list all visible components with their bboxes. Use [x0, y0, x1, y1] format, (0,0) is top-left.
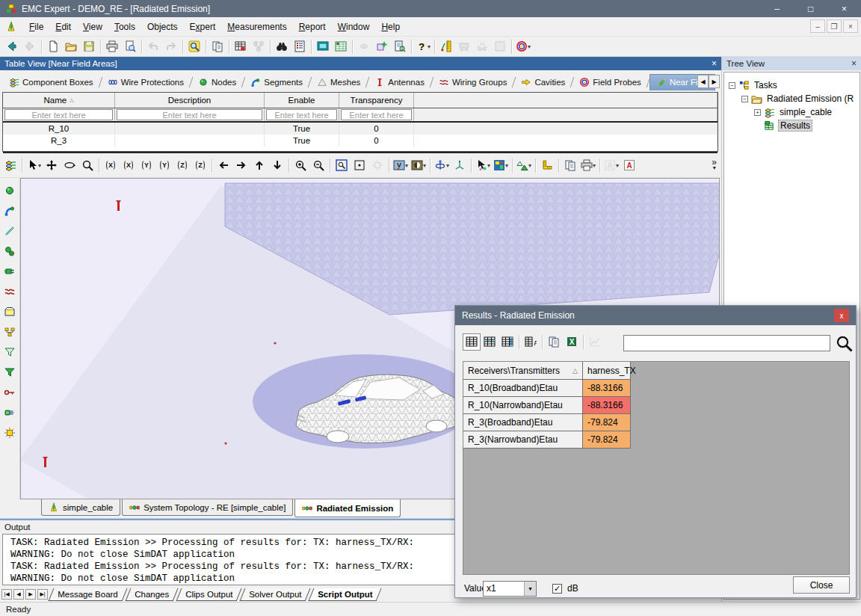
results-search-button[interactable]: [835, 334, 853, 352]
search-doc-button[interactable]: [185, 38, 203, 55]
db-checkbox[interactable]: ✓: [552, 584, 562, 594]
fit-window-button[interactable]: [333, 157, 351, 174]
segment-tool-button[interactable]: [1, 203, 18, 218]
results-row-value[interactable]: -88.3166: [583, 397, 631, 414]
mdi-close-button[interactable]: ×: [843, 19, 858, 33]
contrast-button[interactable]: ▾: [410, 157, 428, 174]
results-column-header-receivers[interactable]: Receivers\Transmitters△: [463, 362, 583, 380]
center-view-button[interactable]: [351, 157, 368, 174]
tab-scroll-right-button[interactable]: ▶: [709, 75, 720, 88]
nav-prev-button[interactable]: ◀: [13, 589, 24, 600]
close-button[interactable]: ×: [827, 0, 861, 17]
copy-button[interactable]: [561, 157, 579, 174]
filter-input-name[interactable]: [4, 109, 113, 120]
print-button[interactable]: [103, 38, 121, 55]
collapse-icon[interactable]: −: [741, 96, 748, 102]
dialog-close-button[interactable]: Close: [793, 576, 850, 594]
doc-tab-radiated-emission[interactable]: Radiated Emission: [294, 499, 401, 517]
menu-help[interactable]: Help: [375, 19, 406, 35]
wizard-button[interactable]: [373, 38, 391, 55]
maximize-button[interactable]: □: [794, 0, 827, 17]
menu-edit[interactable]: Edit: [49, 19, 77, 35]
key-tool-button[interactable]: [1, 384, 18, 400]
copy-button[interactable]: [209, 38, 226, 55]
doc-search-button[interactable]: [391, 38, 409, 55]
tab-cavities[interactable]: Cavities: [515, 75, 571, 90]
field-probe-dropdown-icon[interactable]: ▾: [528, 43, 531, 50]
results-row-receiver[interactable]: R_3(Narrowband)Etau: [463, 431, 583, 449]
arrow-left-button[interactable]: [215, 157, 232, 174]
menu-window[interactable]: Window: [332, 19, 376, 35]
menu-report[interactable]: Report: [293, 19, 332, 35]
screen-view-button[interactable]: [314, 38, 332, 55]
tree-item-results[interactable]: Results: [724, 119, 860, 132]
tab-nodes[interactable]: Nodes: [192, 75, 242, 90]
rot-z-right-button[interactable]: Z: [191, 157, 209, 174]
rot-z-left-button[interactable]: Z: [173, 157, 191, 174]
menu-objects[interactable]: Objects: [141, 19, 184, 35]
copy-button[interactable]: [545, 333, 563, 351]
rotate-center-dropdown-icon[interactable]: ▾: [446, 162, 449, 169]
filter-input-description[interactable]: [117, 109, 262, 120]
value-combo[interactable]: x1 ▼: [483, 581, 537, 597]
results-row-value[interactable]: -79.824: [583, 431, 631, 449]
rot-x-right-button[interactable]: X: [120, 157, 138, 174]
column-header-transparency[interactable]: Transparency: [339, 93, 414, 108]
tab-segments[interactable]: Segments: [244, 75, 309, 90]
filter-input-enable[interactable]: [266, 109, 337, 120]
pan-button[interactable]: [43, 157, 61, 174]
table-banded-button[interactable]: [481, 333, 499, 351]
tree-item-simple-cable[interactable]: +simple_cable: [724, 105, 860, 119]
tab-wire-protections[interactable]: Wire Protections: [102, 75, 190, 90]
help-dropdown-icon[interactable]: ▾: [428, 43, 430, 50]
menu-expert[interactable]: Expert: [184, 19, 222, 35]
pointer-dropdown-icon[interactable]: ▾: [38, 162, 41, 169]
table-row[interactable]: R_3True0: [3, 135, 718, 147]
node-tool-button[interactable]: [1, 182, 18, 198]
mdi-restore-button[interactable]: ❐: [827, 19, 842, 33]
line-tool-button[interactable]: [1, 223, 18, 238]
collapse-icon[interactable]: −: [729, 82, 735, 89]
display-box-dropdown-icon[interactable]: ▾: [505, 162, 508, 169]
arrow-right-button[interactable]: [232, 157, 250, 174]
excel-view-button[interactable]: [332, 38, 350, 55]
arrow-up-button[interactable]: [250, 157, 268, 174]
menu-view[interactable]: View: [77, 19, 108, 35]
component-boxes-button[interactable]: [1, 157, 19, 174]
nav-last-button[interactable]: ▶|: [37, 589, 48, 600]
display-box-button[interactable]: ▾: [492, 157, 510, 174]
results-row-receiver[interactable]: R_10(Narrowband)Etau: [463, 397, 583, 414]
results-row-value[interactable]: -79.824: [583, 414, 631, 431]
hierarchy-tool-button[interactable]: [1, 324, 18, 339]
rot-y-right-button[interactable]: Y: [155, 157, 173, 174]
arrow-down-button[interactable]: [268, 157, 286, 174]
menu-file[interactable]: File: [23, 19, 49, 35]
ruler-l-button[interactable]: [538, 157, 556, 174]
contrast-dropdown-icon[interactable]: ▾: [423, 162, 426, 169]
rot-x-left-button[interactable]: X: [102, 157, 120, 174]
mdi-minimize-button[interactable]: –: [810, 19, 825, 33]
help-button[interactable]: ??▾: [414, 38, 432, 55]
table-plain-button[interactable]: [463, 333, 481, 351]
tab-component-boxes[interactable]: Component Boxes: [3, 75, 99, 90]
table-grid-button[interactable]: [232, 38, 250, 55]
expand-icon[interactable]: +: [754, 109, 761, 116]
zoom-in-button[interactable]: [291, 157, 309, 174]
orbit-button[interactable]: [61, 157, 78, 174]
visibility-button[interactable]: V▾: [392, 157, 410, 174]
save-button[interactable]: [80, 38, 98, 55]
print-button[interactable]: ▾: [579, 157, 597, 174]
output-tab-solver-output[interactable]: Solver Output: [239, 588, 310, 601]
table-row[interactable]: R_10True0: [3, 123, 718, 135]
column-header-name[interactable]: Name△: [3, 93, 115, 108]
menu-tools[interactable]: Tools: [108, 19, 141, 35]
funnel-solid-tool-button[interactable]: [1, 364, 18, 380]
excel-button[interactable]: X: [563, 333, 581, 351]
value-combo-arrow-icon[interactable]: ▼: [524, 582, 536, 596]
results-dialog-close-button[interactable]: x: [834, 309, 849, 322]
print-dropdown-icon[interactable]: ▾: [593, 162, 596, 169]
measure-ruler-button[interactable]: [437, 38, 455, 55]
rot-y-left-button[interactable]: Y: [138, 157, 155, 174]
tab-meshes[interactable]: Meshes: [311, 75, 366, 90]
nav-first-button[interactable]: |◀: [1, 589, 12, 600]
